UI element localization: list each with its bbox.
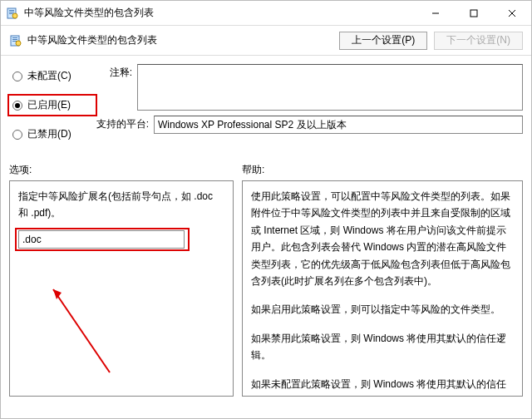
- minimize-button[interactable]: [416, 1, 455, 25]
- comment-textarea[interactable]: [137, 64, 523, 111]
- options-panel: 指定中等风险扩展名(包括前导句点，如 .doc 和 .pdf)。: [9, 180, 234, 397]
- help-text: 如果未配置此策略设置，则 Windows 将使用其默认的信任逻辑。: [251, 376, 514, 397]
- svg-point-4: [12, 13, 17, 18]
- titlebar: 中等风险文件类型的包含列表: [1, 1, 531, 26]
- radio-icon: [12, 71, 22, 81]
- radio-icon: [12, 101, 22, 111]
- radio-icon: [12, 130, 22, 140]
- subheader-title: 中等风险文件类型的包含列表: [27, 33, 339, 47]
- radio-label: 已禁用(D): [27, 127, 71, 141]
- help-panel: 使用此策略设置，可以配置中等风险文件类型的列表。如果附件位于中等风险文件类型的列…: [242, 180, 523, 397]
- maximize-button[interactable]: [455, 1, 493, 25]
- svg-rect-1: [9, 10, 14, 11]
- window-controls: [416, 1, 531, 25]
- radio-enabled[interactable]: 已启用(E): [9, 96, 92, 114]
- help-text: 如果启用此策略设置，则可以指定中等风险的文件类型。: [251, 301, 514, 318]
- platform-label: 支持的平台:: [92, 116, 149, 131]
- extensions-input[interactable]: [18, 230, 185, 249]
- annotation-arrow-icon: [43, 281, 143, 381]
- columns-header: 选项: 帮助:: [9, 163, 523, 177]
- svg-rect-10: [12, 37, 17, 38]
- dialog-window: 中等风险文件类型的包含列表 中等风险文件类型的包含列表: [0, 0, 532, 419]
- policy-icon: [9, 34, 22, 47]
- policy-icon: [6, 7, 19, 20]
- window-title: 中等风险文件类型的包含列表: [24, 6, 416, 20]
- comment-label: 注释:: [92, 64, 132, 80]
- previous-setting-button[interactable]: 上一个设置(P): [339, 32, 427, 50]
- radio-label: 已启用(E): [27, 98, 71, 112]
- svg-rect-2: [9, 12, 14, 12]
- svg-line-14: [53, 289, 110, 372]
- help-text: 使用此策略设置，可以配置中等风险文件类型的列表。如果附件位于中等风险文件类型的列…: [251, 188, 514, 289]
- svg-point-13: [16, 41, 21, 46]
- next-setting-button: 下一个设置(N): [434, 32, 523, 50]
- help-text: 如果禁用此策略设置，则 Windows 将使用其默认的信任逻辑。: [251, 330, 514, 364]
- options-heading: 选项:: [9, 163, 234, 177]
- lower-panels: 指定中等风险扩展名(包括前导句点，如 .doc 和 .pdf)。 使用此策略设置…: [9, 180, 523, 397]
- subheader: 中等风险文件类型的包含列表 上一个设置(P) 下一个设置(N): [1, 26, 531, 56]
- state-radio-group: 未配置(C) 已启用(E) 已禁用(D): [9, 64, 92, 143]
- help-heading: 帮助:: [234, 163, 523, 177]
- supported-platform-field: Windows XP Professional SP2 及以上版本: [154, 116, 523, 134]
- svg-rect-6: [470, 10, 477, 17]
- config-area: 未配置(C) 已启用(E) 已禁用(D) 注释: 支持的平台: Windows …: [1, 56, 531, 146]
- svg-marker-15: [53, 289, 62, 299]
- radio-disabled[interactable]: 已禁用(D): [9, 126, 92, 143]
- options-description: 指定中等风险扩展名(包括前导句点，如 .doc 和 .pdf)。: [18, 188, 224, 222]
- svg-rect-11: [12, 39, 17, 40]
- radio-label: 未配置(C): [27, 69, 71, 83]
- radio-not-configured[interactable]: 未配置(C): [9, 67, 92, 85]
- close-button[interactable]: [493, 1, 531, 25]
